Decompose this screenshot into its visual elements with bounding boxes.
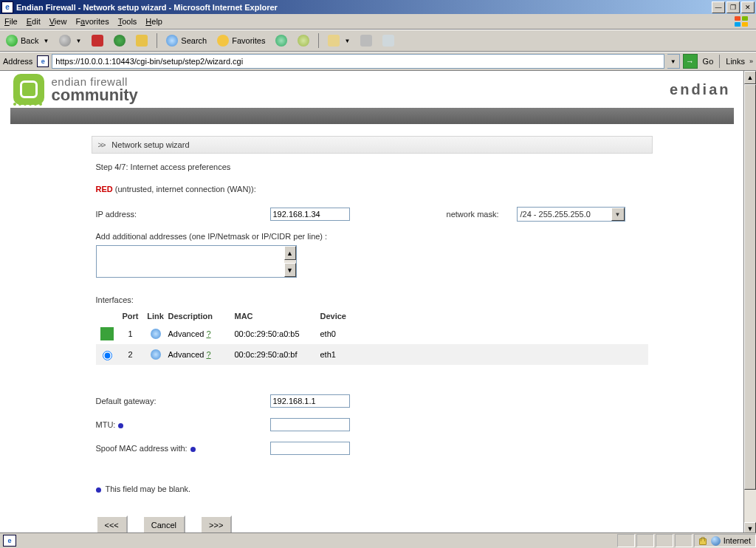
- history-button[interactable]: [295, 33, 312, 48]
- home-button[interactable]: [133, 33, 151, 48]
- panel-header: >> Network setup wizard: [92, 136, 653, 154]
- mtu-label: MTU:: [96, 420, 116, 429]
- port-cell: 1: [118, 329, 143, 338]
- window-titlebar: e Endian Firewall - Network setup wizard…: [0, 0, 756, 14]
- additional-addresses-field[interactable]: ▲ ▼: [96, 245, 297, 278]
- addressbar: Address e ▼ → Go Links »: [0, 52, 756, 71]
- scroll-up-icon[interactable]: ▲: [284, 246, 296, 260]
- optional-icon: [190, 447, 196, 452]
- links-label[interactable]: Links: [726, 57, 745, 66]
- toolbar: Back▼ ▼ Search Favorites ▼: [0, 30, 756, 52]
- mail-icon: [328, 35, 340, 47]
- link-status-icon: [151, 329, 161, 339]
- header-graybar: [10, 108, 734, 124]
- menu-file[interactable]: File: [4, 17, 18, 26]
- device-cell: eth0: [320, 329, 357, 338]
- security-zone[interactable]: Internet: [694, 534, 756, 535]
- interface-radio[interactable]: [103, 351, 112, 360]
- forward-icon: [59, 35, 71, 47]
- forward-button[interactable]: ▼: [56, 33, 84, 48]
- menubar: File Edit View Favorites Tools Help: [0, 14, 756, 30]
- ie-icon: e: [1, 1, 13, 13]
- interfaces-label: Interfaces:: [96, 295, 648, 304]
- page-area: endian firewall community endian >> Netw…: [0, 71, 756, 535]
- edit-icon: [382, 35, 394, 47]
- endian-logo-icon: [13, 74, 44, 105]
- menu-edit[interactable]: Edit: [27, 17, 41, 26]
- toolbar-separator: [157, 33, 157, 48]
- port-cell: 2: [118, 350, 143, 359]
- device-cell: eth1: [320, 350, 357, 359]
- status-pane: [636, 534, 654, 535]
- media-icon: [275, 35, 287, 47]
- windows-logo-icon: [731, 14, 752, 29]
- menu-view[interactable]: View: [49, 17, 67, 26]
- table-header: Port Link Description MAC Device: [96, 309, 648, 323]
- help-icon[interactable]: ?: [206, 329, 210, 338]
- menu-favorites[interactable]: Favorites: [75, 17, 109, 26]
- footnote: This field may be blank.: [96, 484, 648, 493]
- status-pane: [656, 534, 673, 535]
- desc-cell: Advanced?: [168, 350, 235, 359]
- status-pane: [675, 534, 693, 535]
- spoof-mac-input[interactable]: [270, 442, 350, 455]
- vertical-scrollbar[interactable]: ▲ ▼: [743, 71, 756, 535]
- link-status-icon: [151, 349, 161, 360]
- mail-button[interactable]: ▼: [325, 33, 353, 48]
- favorites-button[interactable]: Favorites: [214, 33, 268, 48]
- table-row: 2 Advanced? 00:0c:29:50:a0:bf eth1: [96, 344, 648, 365]
- interface-assigned-icon: [100, 327, 114, 340]
- brand-right: endian: [670, 81, 730, 98]
- scroll-down-icon[interactable]: ▼: [284, 263, 296, 277]
- optional-icon: [118, 423, 123, 428]
- refresh-icon: [114, 35, 126, 47]
- interfaces-table: Port Link Description MAC Device 1 Advan: [96, 309, 648, 365]
- scroll-thumb[interactable]: [744, 84, 756, 490]
- gateway-input[interactable]: [270, 394, 350, 408]
- go-button[interactable]: →: [683, 54, 698, 69]
- stop-button[interactable]: [89, 33, 106, 48]
- page-content: endian firewall community endian >> Netw…: [0, 71, 743, 535]
- close-button[interactable]: ✕: [741, 1, 755, 13]
- media-button[interactable]: [272, 33, 290, 48]
- addressbar-separator: [719, 55, 720, 68]
- stop-icon: [92, 35, 103, 47]
- red-desc: (untrusted, internet connection (WAN)):: [113, 185, 256, 193]
- search-button[interactable]: Search: [163, 33, 210, 48]
- url-dropdown-button[interactable]: ▼: [667, 54, 680, 69]
- optional-icon: [96, 487, 101, 493]
- ip-label: IP address:: [96, 210, 270, 219]
- mtu-input[interactable]: [270, 418, 350, 431]
- table-row: 1 Advanced? 00:0c:29:50:a0:b5 eth0: [96, 323, 648, 344]
- gateway-label: Default gateway:: [96, 397, 270, 405]
- netmask-select[interactable]: /24 - 255.255.255.0 ▼: [517, 207, 625, 222]
- page-status-icon: e: [3, 535, 16, 535]
- mac-cell: 00:0c:29:50:a0:bf: [235, 350, 320, 359]
- desc-cell: Advanced?: [168, 329, 235, 338]
- home-icon: [136, 35, 148, 47]
- address-label: Address: [3, 57, 32, 66]
- textarea-scrollbar[interactable]: ▲ ▼: [284, 246, 296, 277]
- edit-button[interactable]: [379, 33, 397, 48]
- star-icon: [217, 35, 229, 47]
- links-chevron-icon[interactable]: »: [749, 58, 753, 65]
- refresh-button[interactable]: [111, 33, 128, 48]
- chevron-down-icon: ▼: [611, 208, 625, 221]
- print-button[interactable]: [357, 33, 375, 48]
- back-button[interactable]: Back▼: [3, 33, 52, 48]
- status-pane: [617, 534, 635, 535]
- page-icon: e: [37, 55, 49, 67]
- ip-input[interactable]: [270, 208, 350, 221]
- menu-help[interactable]: Help: [145, 17, 162, 26]
- toolbar-separator: [318, 33, 319, 48]
- help-icon[interactable]: ?: [206, 350, 210, 359]
- breadcrumb: Network setup wizard: [111, 140, 189, 149]
- minimize-button[interactable]: —: [712, 1, 725, 13]
- history-icon: [298, 35, 309, 47]
- url-input[interactable]: [52, 54, 664, 69]
- scroll-up-icon[interactable]: ▲: [744, 71, 756, 84]
- menu-tools[interactable]: Tools: [118, 17, 137, 26]
- go-label: Go: [703, 57, 714, 66]
- netmask-label: network mask:: [403, 210, 517, 219]
- restore-button[interactable]: ❐: [726, 1, 740, 13]
